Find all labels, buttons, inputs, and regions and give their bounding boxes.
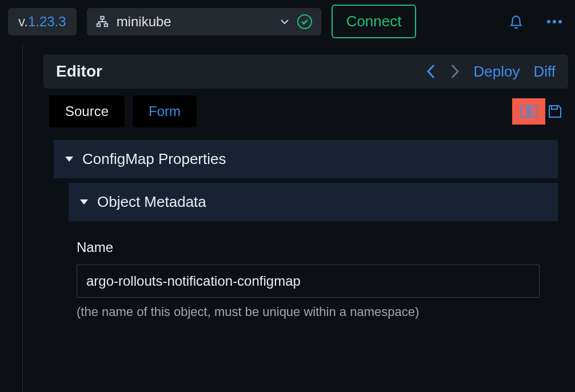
chevron-down-icon: [80, 199, 88, 205]
cluster-left: minikube: [96, 14, 171, 30]
version-prefix: v.: [18, 14, 28, 30]
split-view-icon[interactable]: [520, 104, 537, 119]
cluster-icon: [96, 15, 109, 28]
cluster-selector[interactable]: minikube: [87, 8, 321, 35]
deploy-button[interactable]: Deploy: [474, 63, 520, 81]
chevron-down-icon: [280, 19, 289, 25]
editor-header-right: Deploy Diff: [426, 63, 556, 81]
nav-forward-icon: [450, 63, 460, 79]
connect-button[interactable]: Connect: [332, 5, 417, 38]
split-view-highlight: [512, 98, 545, 125]
more-icon[interactable]: [546, 19, 562, 24]
field-name-help: (the name of this object, must be unique…: [77, 305, 558, 319]
version-pill[interactable]: v.1.23.3: [8, 8, 77, 35]
version-number: 1.23.3: [28, 14, 66, 30]
editor-header: Editor Deploy Diff: [43, 54, 568, 89]
save-icon[interactable]: [548, 104, 562, 119]
svg-rect-0: [101, 16, 104, 19]
sidebar-gutter: [0, 45, 23, 392]
svg-point-5: [558, 20, 562, 23]
nav-back-icon[interactable]: [426, 63, 436, 79]
svg-rect-7: [530, 106, 536, 117]
section-title: ConfigMap Properties: [82, 150, 226, 168]
section-configmap-properties[interactable]: ConfigMap Properties: [54, 140, 558, 178]
top-right: [509, 14, 567, 30]
svg-point-3: [547, 20, 550, 23]
tab-right-tools: [512, 98, 562, 125]
content: Editor Deploy Diff Source Form: [23, 45, 575, 392]
svg-rect-1: [97, 23, 100, 26]
diff-button[interactable]: Diff: [533, 63, 556, 81]
svg-rect-2: [104, 23, 107, 26]
status-ok-icon: [297, 14, 312, 29]
cluster-name: minikube: [117, 14, 171, 30]
cluster-right: [280, 14, 312, 29]
top-bar: v.1.23.3 minikube Connect: [0, 0, 575, 45]
form-body: ConfigMap Properties Object Metadata Nam…: [43, 130, 568, 319]
field-name-label: Name: [77, 239, 558, 255]
notifications-icon[interactable]: [509, 14, 524, 30]
chevron-down-icon: [65, 157, 73, 162]
name-input[interactable]: [77, 265, 540, 298]
tab-form[interactable]: Form: [133, 95, 197, 127]
svg-point-4: [553, 20, 556, 23]
field-name-block: Name (the name of this object, must be u…: [77, 226, 558, 319]
section-title: Object Metadata: [97, 193, 206, 211]
editor-title: Editor: [56, 62, 102, 81]
tab-source[interactable]: Source: [49, 95, 125, 127]
section-object-metadata[interactable]: Object Metadata: [69, 183, 558, 221]
tab-row: Source Form: [43, 89, 568, 130]
svg-rect-6: [521, 106, 527, 117]
main-area: Editor Deploy Diff Source Form: [0, 45, 575, 392]
